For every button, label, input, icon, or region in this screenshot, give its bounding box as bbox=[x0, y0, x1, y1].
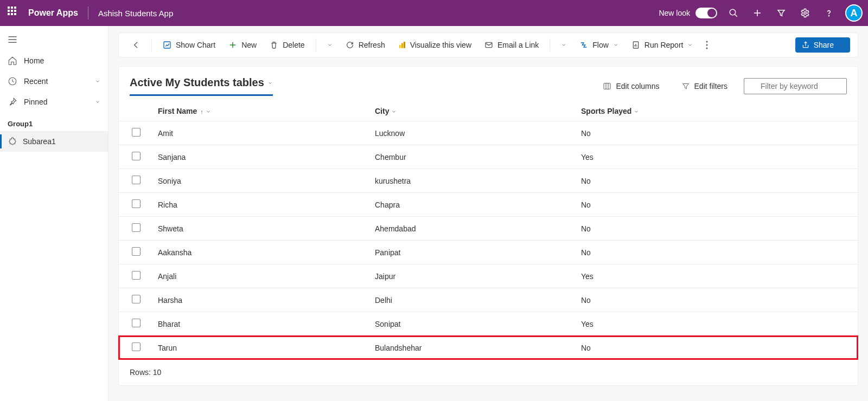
row-checkbox[interactable] bbox=[132, 295, 141, 303]
run-report-button[interactable]: Run Report bbox=[626, 37, 699, 53]
table-row[interactable]: ShwetaAhemdabadNo bbox=[119, 217, 858, 241]
table-row[interactable]: AmitLucknowNo bbox=[119, 121, 858, 145]
clock-icon bbox=[8, 76, 17, 86]
add-icon[interactable] bbox=[746, 0, 768, 26]
filter-input[interactable] bbox=[744, 78, 847, 94]
chevron-down-icon bbox=[634, 109, 639, 114]
row-checkbox[interactable] bbox=[132, 247, 141, 256]
app-launcher-icon[interactable] bbox=[8, 7, 21, 20]
top-bar: Power Apps Ashish Students App New look … bbox=[0, 0, 868, 26]
sidebar-item-pinned[interactable]: Pinned bbox=[0, 92, 108, 112]
visualize-button[interactable]: Visualize this view bbox=[393, 37, 477, 53]
data-card: Active My Students tables Edit columns E… bbox=[118, 66, 858, 386]
delete-dropdown[interactable] bbox=[322, 39, 338, 51]
sidebar-item-label: Subarea1 bbox=[23, 137, 56, 146]
row-checkbox[interactable] bbox=[132, 223, 141, 232]
more-commands-button[interactable] bbox=[700, 37, 713, 53]
table-row[interactable]: SanjanaChemburYes bbox=[119, 145, 858, 169]
email-dropdown[interactable] bbox=[556, 39, 572, 51]
cell-first-name: Anjali bbox=[151, 264, 368, 288]
content-area: Show Chart New Delete Refresh Visualize … bbox=[108, 26, 868, 401]
column-header-sports-played[interactable]: Sports Played bbox=[575, 101, 858, 121]
email-link-button[interactable]: Email a Link bbox=[479, 37, 544, 53]
chevron-down-icon bbox=[95, 99, 100, 105]
powerbi-icon bbox=[398, 41, 406, 49]
row-checkbox[interactable] bbox=[132, 128, 141, 137]
data-table: First Name ↑ City Sports Played bbox=[119, 101, 858, 359]
row-checkbox[interactable] bbox=[132, 152, 141, 160]
cell-city: Sonipat bbox=[368, 312, 575, 336]
cell-city: Bulandshehar bbox=[368, 336, 575, 360]
hamburger-icon[interactable] bbox=[0, 30, 108, 50]
chevron-down-icon bbox=[95, 79, 100, 84]
filter-icon bbox=[681, 82, 690, 90]
column-header-city[interactable]: City bbox=[368, 101, 575, 121]
gear-icon[interactable] bbox=[794, 0, 816, 26]
cell-sports: No bbox=[575, 193, 858, 217]
cell-first-name: Tarun bbox=[151, 336, 368, 360]
avatar-initial: A bbox=[851, 8, 858, 19]
row-checkbox[interactable] bbox=[132, 176, 141, 184]
table-row[interactable]: AakanshaPanipatNo bbox=[119, 241, 858, 264]
filter-icon[interactable] bbox=[770, 0, 792, 26]
new-button[interactable]: New bbox=[223, 37, 262, 53]
svg-rect-15 bbox=[404, 42, 405, 48]
row-checkbox[interactable] bbox=[132, 319, 141, 327]
delete-button[interactable]: Delete bbox=[264, 37, 310, 53]
app-name: Ashish Students App bbox=[98, 9, 173, 18]
cell-sports: Yes bbox=[575, 145, 858, 169]
divider bbox=[88, 7, 88, 20]
table-row[interactable]: BharatSonipatYes bbox=[119, 312, 858, 336]
cell-first-name: Richa bbox=[151, 193, 368, 217]
flow-button[interactable]: Flow bbox=[574, 37, 624, 53]
columns-icon bbox=[603, 82, 611, 90]
svg-rect-25 bbox=[604, 83, 610, 89]
share-button[interactable]: Share bbox=[795, 37, 850, 53]
cell-sports: Yes bbox=[575, 312, 858, 336]
cell-sports: Yes bbox=[575, 264, 858, 288]
new-look-toggle[interactable]: New look bbox=[659, 8, 717, 18]
chevron-down-icon bbox=[327, 42, 333, 48]
edit-filters-button[interactable]: Edit filters bbox=[676, 79, 733, 94]
sidebar-item-recent[interactable]: Recent bbox=[0, 71, 108, 92]
row-checkbox[interactable] bbox=[132, 199, 141, 208]
sidebar-item-label: Pinned bbox=[24, 98, 48, 106]
cell-city: Panipat bbox=[368, 241, 575, 264]
sidebar-item-home[interactable]: Home bbox=[0, 50, 108, 71]
show-chart-button[interactable]: Show Chart bbox=[157, 37, 221, 53]
chevron-down-icon bbox=[838, 42, 844, 48]
edit-columns-button[interactable]: Edit columns bbox=[597, 79, 665, 94]
refresh-button[interactable]: Refresh bbox=[340, 37, 391, 53]
arrow-left-icon bbox=[132, 41, 141, 49]
avatar[interactable]: A bbox=[845, 4, 863, 22]
table-row[interactable]: TarunBulandsheharNo bbox=[119, 336, 858, 360]
sidebar-group-label: Group1 bbox=[0, 112, 108, 131]
trash-icon bbox=[270, 41, 278, 49]
toggle-icon[interactable] bbox=[695, 8, 717, 18]
view-title[interactable]: Active My Students tables bbox=[130, 76, 273, 96]
svg-line-1 bbox=[735, 14, 737, 17]
svg-point-0 bbox=[730, 9, 736, 15]
table-row[interactable]: HarshaDelhiNo bbox=[119, 288, 858, 312]
column-header-first-name[interactable]: First Name ↑ bbox=[151, 101, 368, 121]
cell-city: Delhi bbox=[368, 288, 575, 312]
row-checkbox[interactable] bbox=[132, 342, 141, 351]
sidebar-item-subarea1[interactable]: Subarea1 bbox=[0, 131, 108, 152]
back-button[interactable] bbox=[126, 37, 146, 53]
svg-rect-14 bbox=[401, 43, 403, 48]
cell-city: Chembur bbox=[368, 145, 575, 169]
report-icon bbox=[631, 41, 640, 49]
select-all-header[interactable] bbox=[119, 101, 151, 121]
new-look-label: New look bbox=[659, 9, 690, 17]
table-row[interactable]: AnjaliJaipurYes bbox=[119, 264, 858, 288]
svg-rect-13 bbox=[399, 45, 400, 48]
help-icon[interactable] bbox=[818, 0, 840, 26]
table-row[interactable]: SoniyakurushetraNo bbox=[119, 169, 858, 193]
chevron-down-icon bbox=[687, 42, 693, 48]
table-row[interactable]: RichaChapraNo bbox=[119, 193, 858, 217]
row-checkbox[interactable] bbox=[132, 271, 141, 280]
sidebar-item-label: Home bbox=[24, 56, 44, 65]
search-icon[interactable] bbox=[723, 0, 744, 26]
brand-label: Power Apps bbox=[28, 8, 78, 18]
cell-city: Ahemdabad bbox=[368, 217, 575, 241]
